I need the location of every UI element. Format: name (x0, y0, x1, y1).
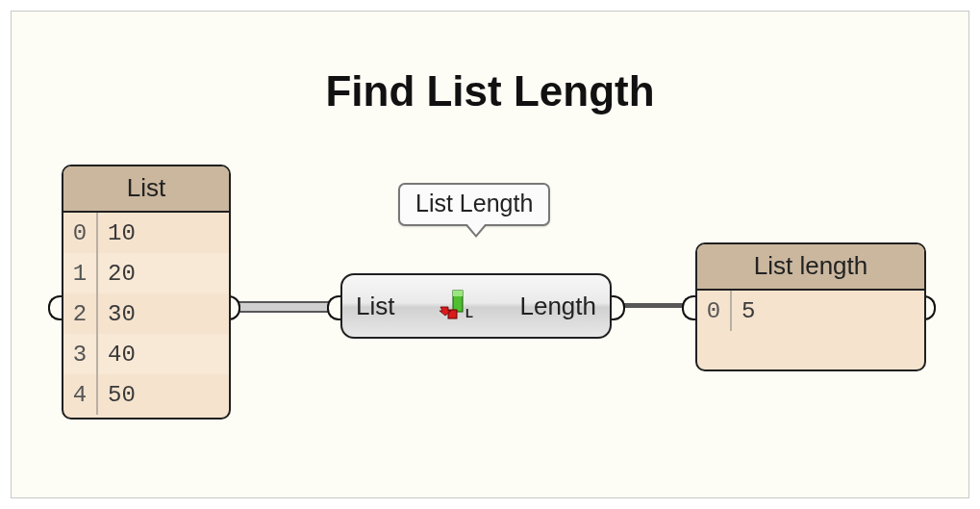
list-row-index: 4 (63, 382, 96, 408)
grip-output-panel-in[interactable] (682, 295, 695, 320)
input-list-panel[interactable]: List 010120230340450 (62, 165, 231, 420)
list-row-value: 5 (741, 298, 924, 324)
list-row-value: 40 (108, 342, 229, 368)
list-length-icon: L (440, 289, 474, 323)
list-row-index: 0 (697, 298, 730, 324)
list-row-index: 1 (63, 261, 96, 287)
grip-component-out[interactable] (612, 295, 625, 320)
list-row: 120 (63, 253, 229, 293)
list-row-index: 0 (63, 220, 96, 246)
component-tooltip: List Length (398, 183, 550, 226)
list-row-separator (96, 213, 98, 253)
list-row-separator (96, 293, 98, 334)
list-row: 010 (63, 213, 229, 253)
grip-input-panel-in[interactable] (48, 295, 62, 320)
svg-text:L: L (465, 306, 473, 320)
svg-rect-1 (453, 291, 463, 296)
list-row: 450 (63, 374, 229, 415)
diagram-title: Find List Length (12, 67, 968, 115)
component-input-label: List (356, 292, 394, 321)
list-row-value: 10 (108, 220, 229, 246)
output-list-panel[interactable]: List length 05 (695, 242, 926, 371)
list-row: 05 (697, 291, 924, 331)
wire-input-to-component (227, 301, 342, 313)
list-length-component[interactable]: List L Length (340, 273, 612, 339)
output-list-header: List length (697, 244, 924, 291)
grip-component-in[interactable] (327, 295, 340, 320)
list-row-index: 2 (63, 301, 96, 327)
list-row-separator (96, 374, 98, 415)
list-row-value: 20 (108, 261, 229, 287)
list-row-separator (96, 334, 98, 374)
input-list-rows: 010120230340450 (63, 213, 229, 415)
list-row-separator (730, 291, 732, 331)
component-output-label: Length (519, 292, 596, 321)
list-row: 340 (63, 334, 229, 374)
list-row-value: 30 (108, 301, 229, 327)
input-list-header: List (63, 166, 229, 213)
diagram-frame: Find List Length List 010120230340450 Li… (11, 11, 969, 498)
list-row-separator (96, 253, 98, 293)
output-list-rows: 05 (697, 291, 924, 331)
list-row-index: 3 (63, 342, 96, 368)
list-row: 230 (63, 293, 229, 334)
list-row-value: 50 (108, 382, 229, 408)
